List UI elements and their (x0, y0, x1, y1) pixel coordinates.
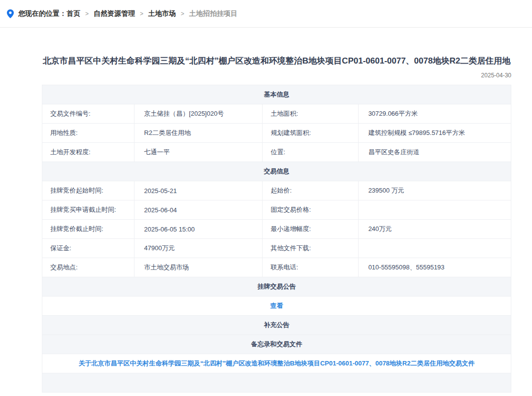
field-value: 2025-06-04 (134, 200, 263, 220)
field-label: 土地面积: (263, 104, 358, 124)
field-label: 用地性质: (42, 124, 134, 143)
field-label: 挂牌竞价起始时间: (42, 181, 134, 200)
table-row: 交易文件编号:京土储挂（昌）[2025]020号土地面积:30729.066平方… (42, 104, 511, 124)
link-row: 查看 (42, 297, 511, 316)
main-content: 北京市昌平区中关村生命科学园三期及“北四村”棚户区改造和环境整治B地块项目CP0… (42, 54, 511, 393)
section-header: 备忘录和交易文件 (42, 335, 511, 354)
table-row: 补充公告 (42, 316, 511, 335)
table-row: 挂牌竞价截止时间:2025-06-05 15:00最小递增幅度:240万元 (42, 220, 511, 239)
field-label: 起始价: (263, 181, 358, 200)
field-value: 239500 万元 (358, 181, 511, 200)
table-row: 基本信息 (42, 85, 511, 104)
breadcrumb-separator: > (85, 10, 89, 17)
field-value: 010-55595098、55595193 (358, 258, 511, 277)
breadcrumb-trail: 您现在的位置： 首页>自然资源管理>土地市场>土地招拍挂项目 (18, 9, 237, 18)
field-label: 交易文件编号: (42, 104, 134, 124)
field-value: 昌平区史各庄街道 (358, 143, 511, 162)
table-row: 挂牌竞价起始时间:2025-05-21起始价:239500 万元 (42, 181, 511, 200)
field-label: 交易地点: (42, 258, 134, 277)
table-row: 关于北京市昌平区中关村生命科学园三期及“北四村”棚户区改造和环境整治B地块项目C… (42, 354, 511, 373)
field-label: 位置: (263, 143, 358, 162)
field-value: 2025-05-21 (134, 181, 263, 200)
land-info-table: 基本信息交易文件编号:京土储挂（昌）[2025]020号土地面积:30729.0… (42, 85, 511, 393)
section-header: 交易信息 (42, 162, 511, 181)
field-value (358, 200, 511, 220)
section-header: 补充公告 (42, 316, 511, 335)
field-value (358, 239, 511, 258)
field-value: 京土储挂（昌）[2025]020号 (134, 104, 263, 124)
breadcrumb-item[interactable]: 首页 (66, 9, 80, 17)
field-value: 47900万元 (134, 239, 263, 258)
breadcrumb: 您现在的位置： 首页>自然资源管理>土地市场>土地招拍挂项目 (0, 0, 532, 28)
table-row: 挂牌竞买申请截止时间:2025-06-04固定交易价格: (42, 200, 511, 220)
field-label: 保证金: (42, 239, 134, 258)
document-link[interactable]: 关于北京市昌平区中关村生命科学园三期及“北四村”棚户区改造和环境整治B地块项目C… (79, 360, 475, 367)
table-row: 交易地点:市土地交易市场联系电话:010-55595098、55595193 (42, 258, 511, 277)
table-row (42, 373, 511, 393)
field-value: 七通一平 (134, 143, 263, 162)
table-row: 备忘录和交易文件 (42, 335, 511, 354)
location-pin-icon (7, 9, 14, 18)
field-value: 30729.066平方米 (358, 104, 511, 124)
field-value: 240万元 (358, 220, 511, 239)
field-value: 建筑控制规模 ≤79895.5716平方米 (358, 124, 511, 143)
table-row: 保证金:47900万元其他文件下载: (42, 239, 511, 258)
breadcrumb-item: 土地招拍挂项目 (189, 9, 237, 17)
cutoff-section-row (42, 373, 511, 393)
table-row: 查看 (42, 297, 511, 316)
breadcrumb-separator: > (140, 10, 143, 17)
publish-date: 2025-04-30 (42, 72, 511, 79)
field-label: 规划建筑面积: (263, 124, 358, 143)
field-value: 市土地交易市场 (134, 258, 263, 277)
breadcrumb-prefix: 您现在的位置： (18, 9, 66, 18)
table-row: 挂牌交易公告 (42, 277, 511, 297)
breadcrumb-separator: > (181, 10, 184, 17)
field-label: 固定交易价格: (263, 200, 358, 220)
field-label: 最小递增幅度: (263, 220, 358, 239)
document-link[interactable]: 查看 (270, 302, 283, 309)
field-value: 2025-06-05 15:00 (134, 220, 263, 239)
table-row: 用地性质:R2二类居住用地规划建筑面积:建筑控制规模 ≤79895.5716平方… (42, 124, 511, 143)
field-label: 挂牌竞买申请截止时间: (42, 200, 134, 220)
breadcrumb-item[interactable]: 自然资源管理 (94, 9, 135, 17)
page-title: 北京市昌平区中关村生命科学园三期及“北四村”棚户区改造和环境整治B地块项目CP0… (42, 54, 511, 67)
table-row: 土地开发程度:七通一平位置:昌平区史各庄街道 (42, 143, 511, 162)
field-value: R2二类居住用地 (134, 124, 263, 143)
table-row: 交易信息 (42, 162, 511, 181)
field-label: 土地开发程度: (42, 143, 134, 162)
field-label: 挂牌竞价截止时间: (42, 220, 134, 239)
breadcrumb-item[interactable]: 土地市场 (148, 9, 176, 17)
field-label: 联系电话: (263, 258, 358, 277)
section-header: 挂牌交易公告 (42, 277, 511, 297)
field-label: 其他文件下载: (263, 239, 358, 258)
link-row: 关于北京市昌平区中关村生命科学园三期及“北四村”棚户区改造和环境整治B地块项目C… (42, 354, 511, 373)
section-header: 基本信息 (42, 85, 511, 104)
